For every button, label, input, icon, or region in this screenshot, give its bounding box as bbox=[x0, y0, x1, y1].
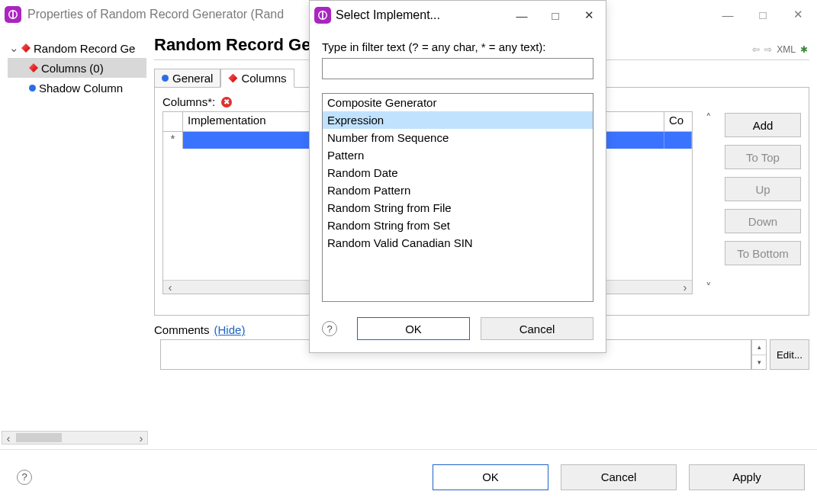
dialog-maximize-button[interactable]: □ bbox=[539, 4, 572, 27]
columns-tab-icon bbox=[228, 74, 237, 83]
down-button[interactable]: Down bbox=[725, 209, 801, 233]
to-bottom-button[interactable]: To Bottom bbox=[725, 241, 801, 265]
select-implementation-dialog: Select Implement... — □ ✕ Type in filter… bbox=[309, 0, 606, 353]
list-item[interactable]: Random String from Set bbox=[323, 217, 593, 234]
error-icon: ✖ bbox=[221, 97, 232, 108]
chevron-down-icon[interactable]: ⌄ bbox=[9, 41, 18, 55]
spin-up-icon[interactable]: ▴ bbox=[752, 340, 766, 355]
new-row-marker: * bbox=[163, 132, 183, 149]
filter-input[interactable] bbox=[322, 58, 593, 79]
header-toolbar: ⇦ ⇨ XML ✱ bbox=[752, 44, 808, 55]
forward-icon[interactable]: ⇨ bbox=[764, 44, 772, 55]
implementation-listbox[interactable]: Composite GeneratorExpressionNumber from… bbox=[322, 93, 593, 302]
tree-pane: ⌄ Random Record Ge Columns (0) Shadow Co… bbox=[0, 29, 150, 449]
list-item[interactable]: Composite Generator bbox=[323, 94, 593, 111]
scroll-left-icon[interactable]: ‹ bbox=[2, 432, 14, 445]
scroll-right-icon[interactable]: › bbox=[678, 281, 692, 294]
dialog-ok-button[interactable]: OK bbox=[357, 317, 470, 340]
comments-hide-link[interactable]: (Hide) bbox=[214, 323, 246, 336]
tab-columns[interactable]: Columns bbox=[220, 69, 294, 88]
app-icon bbox=[5, 6, 21, 23]
tree-item-shadow[interactable]: Shadow Column bbox=[8, 78, 146, 98]
to-top-button[interactable]: To Top bbox=[725, 145, 801, 169]
dialog-prompt: Type in filter text (? = any char, * = a… bbox=[322, 40, 593, 53]
general-icon bbox=[162, 75, 169, 82]
tree-item-label: Shadow Column bbox=[39, 82, 123, 95]
dialog-cancel-button[interactable]: Cancel bbox=[481, 317, 593, 340]
dialog-minimize-button[interactable]: — bbox=[505, 4, 539, 27]
list-item[interactable]: Random Pattern bbox=[323, 181, 593, 199]
list-item[interactable]: Random Valid Canadian SIN bbox=[323, 234, 593, 252]
cancel-button[interactable]: Cancel bbox=[561, 464, 677, 490]
list-item[interactable]: Expression bbox=[323, 111, 593, 129]
tab-general[interactable]: General bbox=[154, 69, 220, 88]
shadow-icon bbox=[29, 85, 36, 91]
spin-down-icon[interactable]: ▾ bbox=[752, 355, 766, 370]
tab-label: Columns bbox=[241, 72, 286, 85]
add-button[interactable]: Add bbox=[725, 113, 801, 137]
parent-minimize-button[interactable]: — bbox=[710, 3, 745, 26]
svg-rect-3 bbox=[322, 11, 323, 20]
comments-spinner[interactable]: ▴ ▾ bbox=[751, 339, 767, 370]
columns-icon bbox=[29, 63, 38, 72]
comments-edit-button[interactable]: Edit... bbox=[770, 339, 809, 370]
tree-item-label: Columns (0) bbox=[41, 62, 104, 75]
dialog-button-bar: ? OK Cancel Apply bbox=[0, 449, 817, 504]
columns-label: Columns*: bbox=[162, 95, 215, 108]
list-item[interactable]: Pattern bbox=[323, 146, 593, 164]
ok-button[interactable]: OK bbox=[433, 464, 548, 490]
scroll-down-icon[interactable]: ˅ bbox=[702, 281, 716, 294]
dialog-app-icon bbox=[314, 7, 331, 24]
bug-icon[interactable]: ✱ bbox=[800, 44, 808, 55]
up-button[interactable]: Up bbox=[725, 177, 801, 201]
scroll-up-icon[interactable]: ˄ bbox=[702, 111, 716, 125]
scroll-right-icon[interactable]: › bbox=[135, 432, 147, 445]
tree-hscrollbar[interactable]: ‹ › bbox=[2, 431, 148, 445]
table-vscrollbar[interactable]: ˄ ˅ bbox=[702, 111, 716, 294]
parent-window-controls: — □ ✕ bbox=[710, 3, 815, 26]
tree-root[interactable]: ⌄ Random Record Ge bbox=[8, 38, 146, 58]
tree-item-columns[interactable]: Columns (0) bbox=[8, 58, 146, 78]
generator-icon bbox=[21, 43, 31, 53]
column-header-co[interactable]: Co bbox=[664, 112, 692, 131]
tab-label: General bbox=[172, 72, 213, 85]
xml-label[interactable]: XML bbox=[777, 44, 796, 55]
list-item[interactable]: Random Date bbox=[323, 164, 593, 181]
back-icon[interactable]: ⇦ bbox=[752, 44, 760, 55]
dialog-help-icon[interactable]: ? bbox=[322, 321, 337, 336]
help-icon[interactable]: ? bbox=[17, 470, 32, 485]
scroll-left-icon[interactable]: ‹ bbox=[163, 281, 177, 294]
list-item[interactable]: Random String from File bbox=[323, 199, 593, 217]
list-item[interactable]: Number from Sequence bbox=[323, 129, 593, 146]
parent-maximize-button[interactable]: □ bbox=[745, 3, 780, 26]
dialog-title: Select Implement... bbox=[336, 8, 440, 22]
comments-label: Comments bbox=[154, 323, 210, 336]
tree-root-label: Random Record Ge bbox=[34, 42, 135, 55]
parent-close-button[interactable]: ✕ bbox=[780, 3, 815, 26]
apply-button[interactable]: Apply bbox=[689, 464, 805, 490]
svg-rect-1 bbox=[12, 11, 14, 19]
dialog-close-button[interactable]: ✕ bbox=[572, 4, 606, 27]
